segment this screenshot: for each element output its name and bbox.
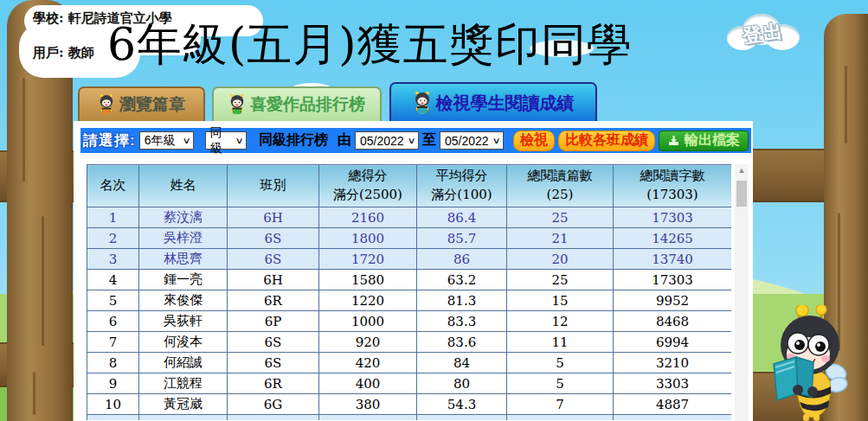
total-score-cell: 1580: [319, 270, 417, 290]
tab-browse-articles[interactable]: 瀏覽篇章: [78, 86, 205, 121]
class-cell: 6R: [228, 373, 319, 394]
words-count-cell: 6994: [614, 332, 732, 353]
partial-cell: [139, 415, 228, 421]
bee-mascot: [758, 305, 852, 421]
total-score-cell: 400: [319, 373, 417, 394]
words-count-cell: 14265: [614, 228, 732, 249]
from-label: 由: [338, 131, 351, 150]
words-count-cell: 13740: [614, 249, 732, 270]
total-score-cell: 1800: [319, 228, 417, 249]
table-row: 7何浚本6S92083.6116994: [87, 332, 732, 353]
partial-cell: [614, 415, 732, 421]
select-prompt-label: 請選擇:: [83, 131, 136, 150]
articles-count-cell: 20: [507, 249, 614, 270]
user-label: 用戶: 教師: [33, 45, 94, 61]
column-header: 班別: [228, 165, 319, 207]
column-header: 總閱讀篇數(25): [507, 165, 614, 207]
view-button[interactable]: 檢視: [513, 131, 555, 151]
rank-cell: 8: [87, 353, 139, 373]
chevron-down-icon: ∨: [407, 136, 415, 145]
partial-cell: [319, 415, 417, 421]
name-cell: 何浚本: [139, 332, 228, 353]
grade-select[interactable]: 6年級 ∨: [139, 131, 194, 150]
tab-label: 喜愛作品排行榜: [250, 93, 365, 116]
name-cell: 江競程: [139, 373, 228, 394]
scope-select[interactable]: 同級 ∨: [205, 131, 247, 150]
to-label: 至: [422, 131, 436, 150]
from-month-value: 05/2022: [360, 134, 404, 148]
tab-view-reading-scores[interactable]: 檢視學生閱讀成績: [389, 82, 597, 122]
class-cell: 6H: [228, 207, 319, 228]
scroll-up-icon[interactable]: ▲: [735, 164, 749, 177]
tab-label: 瀏覽篇章: [119, 93, 185, 116]
class-cell: 6H: [228, 270, 319, 290]
class-cell: 6P: [228, 311, 319, 332]
to-month-value: 05/2022: [445, 134, 489, 148]
total-score-cell: 1000: [319, 311, 417, 332]
average-score-cell: 81.3: [417, 290, 507, 311]
grade-select-value: 6年級: [145, 133, 176, 149]
total-score-cell: 380: [319, 394, 417, 415]
from-month-select[interactable]: 05/2022 ∨: [355, 131, 419, 150]
class-cell: 6S: [228, 249, 319, 270]
table-row: 10黃冠崴6G38054.374887: [87, 394, 732, 415]
compare-classes-button[interactable]: 比較各班成績: [558, 131, 655, 151]
average-score-cell: 80: [417, 373, 507, 394]
average-score-cell: 54.3: [417, 394, 507, 415]
rank-cell: 3: [87, 249, 139, 270]
partial-cell: [87, 415, 139, 421]
name-cell: 來俊傑: [139, 290, 228, 311]
table-row: 2吳梓澄6S180085.72114265: [87, 228, 732, 249]
name-cell: 林思齊: [139, 249, 228, 270]
chevron-down-icon: ∨: [492, 136, 500, 145]
export-file-button[interactable]: 輸出檔案: [659, 131, 749, 151]
bee-icon: [98, 94, 115, 115]
table-row: 6吳荻軒6P100083.3128468: [87, 311, 732, 332]
average-score-cell: 83.3: [417, 311, 507, 332]
scrollbar-thumb[interactable]: [736, 181, 747, 207]
articles-count-cell: 7: [507, 394, 614, 415]
total-score-cell: 420: [319, 353, 417, 373]
tab-label: 檢視學生閱讀成績: [436, 92, 575, 115]
table-row: 9江競程6R4008053303: [87, 373, 732, 394]
articles-count-cell: 25: [507, 207, 614, 228]
score-table-body: 1蔡汶漓6H216086.425173032吳梓澄6S180085.721142…: [87, 207, 732, 421]
total-score-cell: 1720: [319, 249, 417, 270]
ranking-label: 同級排行榜: [259, 131, 328, 150]
average-score-cell: 83.6: [417, 332, 507, 353]
articles-count-cell: 25: [507, 270, 614, 290]
name-cell: 吳梓澄: [139, 228, 228, 249]
column-header: 總得分滿分(2500): [319, 165, 417, 207]
partial-cell: [507, 415, 614, 421]
average-score-cell: 85.7: [417, 228, 507, 249]
rank-cell: 9: [87, 373, 139, 394]
score-table: 名次姓名班別總得分滿分(2500)平均得分滿分(100)總閱讀篇數(25)總閱讀…: [87, 164, 731, 420]
chevron-down-icon: ∨: [235, 136, 243, 145]
words-count-cell: 3303: [614, 373, 732, 394]
articles-count-cell: 15: [507, 290, 614, 311]
rank-cell: 4: [87, 270, 139, 290]
average-score-cell: 63.2: [417, 270, 507, 290]
articles-count-cell: 5: [507, 353, 614, 373]
articles-count-cell: 21: [507, 228, 614, 249]
class-cell: 6S: [228, 353, 319, 373]
average-score-cell: 84: [417, 353, 507, 373]
table-scrollbar[interactable]: ▲: [735, 164, 749, 421]
tab-favourite-ranking[interactable]: 喜愛作品排行榜: [212, 86, 382, 121]
words-count-cell: 17303: [614, 207, 732, 228]
rank-cell: 7: [87, 332, 139, 353]
name-cell: 吳荻軒: [139, 311, 228, 332]
table-row: 4鍾一亮6H158063.22517303: [87, 270, 732, 290]
logout-button[interactable]: 登出: [727, 12, 800, 57]
table-row-partial: [87, 415, 732, 421]
content-panel: 請選擇: 6年級 ∨ 同級 ∨ 同級排行榜 由 05/2022 ∨ 至 05/2…: [74, 121, 753, 421]
name-cell: 黃冠崴: [139, 394, 228, 415]
rank-cell: 6: [87, 311, 139, 332]
average-score-cell: 86.4: [417, 207, 507, 228]
partial-cell: [417, 415, 507, 421]
table-row: 8何紹誠6S4208453210: [87, 353, 732, 373]
words-count-cell: 17303: [614, 270, 732, 290]
class-cell: 6R: [228, 290, 319, 311]
articles-count-cell: 11: [507, 332, 614, 353]
to-month-select[interactable]: 05/2022 ∨: [440, 131, 504, 150]
